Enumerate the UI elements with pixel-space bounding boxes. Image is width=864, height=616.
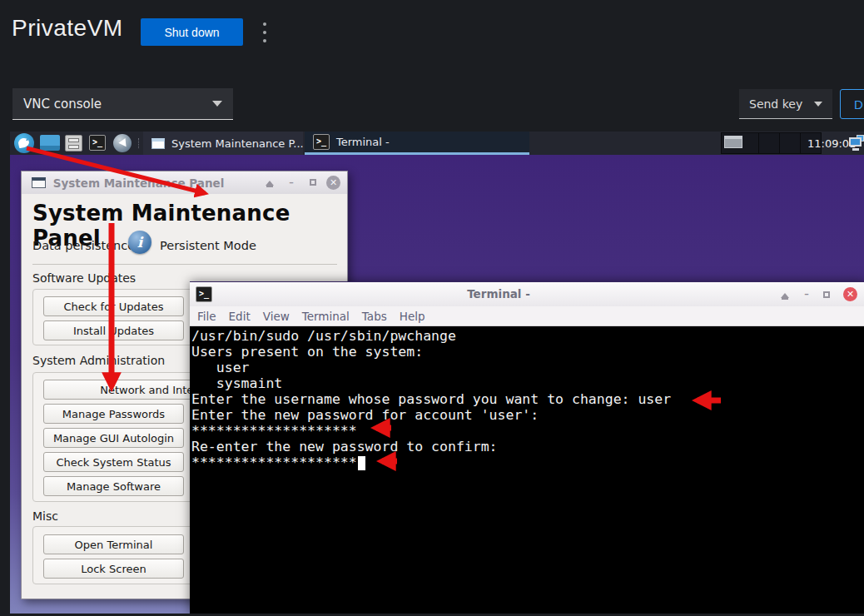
terminal-line-password-confirm: ******************** [191, 455, 864, 470]
terminal-window: >_ Terminal - – ✕ File Edit View Termina… [190, 281, 864, 614]
console-type-select[interactable]: VNC console [12, 88, 233, 120]
maximize-button[interactable] [819, 288, 834, 302]
terminal-icon: >_ [313, 134, 330, 150]
taskbar: >_ System Maintenance P... >_ Terminal -… [10, 132, 864, 155]
workspace-window-thumb [724, 136, 742, 148]
workspace-3[interactable] [780, 132, 801, 154]
terminal-line: sysmaint [191, 375, 864, 391]
terminal-line: Enter the username whose password you wa… [191, 391, 864, 407]
section-label-system-administration: System Administration [32, 354, 165, 367]
shutdown-button[interactable]: Shut down [141, 18, 243, 46]
shade-button[interactable] [262, 176, 277, 190]
lock-screen-button[interactable]: Lock Screen [43, 559, 184, 579]
divider [32, 264, 337, 265]
manage-gui-autologin-button[interactable]: Manage GUI Autologin [43, 428, 184, 448]
persistence-label: Data persistence: [32, 239, 139, 252]
terminal-line: /usr/bin/sudo /usr/sbin/pwchange [191, 328, 864, 344]
terminal-line: Users present on the system: [191, 344, 864, 360]
display-tray-icon[interactable] [849, 135, 864, 152]
terminal-cursor [358, 456, 365, 470]
persistence-value: Persistent Mode [160, 239, 256, 252]
section-label-software-updates: Software Updates [32, 271, 136, 285]
terminal-line-password: ******************** [191, 423, 864, 439]
file-manager-icon[interactable] [65, 135, 82, 152]
maximize-button[interactable] [305, 176, 320, 190]
taskbar-item-label: Terminal - [336, 136, 390, 148]
chevron-down-icon [212, 101, 222, 107]
window-title: Terminal - [190, 287, 807, 301]
menu-file[interactable]: File [197, 310, 216, 323]
section-label-misc: Misc [32, 509, 58, 523]
kebab-menu-icon[interactable] [259, 22, 271, 42]
chevron-down-icon [814, 102, 822, 107]
app-menu-icon[interactable] [14, 133, 34, 153]
terminal-output[interactable]: /usr/bin/sudo /usr/sbin/pwchange Users p… [190, 326, 864, 614]
minimize-button[interactable]: – [799, 287, 814, 301]
check-system-status-button[interactable]: Check System Status [43, 452, 184, 472]
terminal-line: Enter the new password for account 'user… [191, 407, 864, 423]
taskbar-item-maintenance-panel[interactable]: System Maintenance P... [143, 132, 303, 155]
window-titlebar[interactable]: System Maintenance Panel – ✕ [22, 171, 347, 194]
workspace-1[interactable] [721, 132, 759, 154]
menu-tabs[interactable]: Tabs [362, 310, 387, 323]
minimize-button[interactable]: – [284, 176, 299, 190]
menu-view[interactable]: View [263, 310, 290, 323]
close-button[interactable]: ✕ [843, 287, 857, 301]
window-titlebar[interactable]: >_ Terminal - – ✕ [190, 282, 864, 306]
shade-button[interactable] [777, 288, 792, 302]
manage-software-button[interactable]: Manage Software [43, 476, 184, 496]
check-updates-button[interactable]: Check for Updates [43, 296, 184, 316]
workspace-2[interactable] [759, 132, 780, 154]
window-icon [151, 138, 165, 149]
terminal-menubar: File Edit View Terminal Tabs Help [190, 306, 864, 326]
console-type-value: VNC console [23, 97, 102, 112]
menu-edit[interactable]: Edit [229, 310, 251, 323]
manage-passwords-button[interactable]: Manage Passwords [43, 404, 184, 424]
terminal-launcher-icon[interactable]: >_ [89, 135, 106, 151]
taskbar-separator [138, 138, 141, 148]
send-key-dropdown[interactable]: Send key [739, 89, 832, 119]
menu-terminal[interactable]: Terminal [302, 310, 350, 323]
terminal-line: Re-enter the new password to confirm: [191, 439, 864, 455]
display-settings-icon[interactable] [40, 135, 60, 151]
send-key-label: Send key [749, 97, 802, 111]
menu-help[interactable]: Help [400, 310, 425, 323]
taskbar-item-terminal[interactable]: >_ Terminal - [305, 132, 529, 155]
close-button[interactable]: ✕ [326, 176, 340, 190]
taskbar-item-label: System Maintenance P... [171, 137, 303, 150]
vnc-console-display[interactable]: >_ System Maintenance P... >_ Terminal -… [10, 132, 864, 614]
window-title: System Maintenance Panel [22, 176, 256, 190]
web-browser-icon[interactable] [113, 134, 132, 152]
workspace-switcher[interactable] [721, 132, 822, 154]
install-updates-button[interactable]: Install Updates [43, 320, 184, 340]
page-title: PrivateVM [12, 15, 123, 42]
open-terminal-button[interactable]: Open Terminal [43, 534, 184, 554]
terminal-line: user [191, 360, 864, 375]
disconnect-button[interactable]: D [840, 89, 864, 119]
info-icon: i [128, 231, 151, 254]
